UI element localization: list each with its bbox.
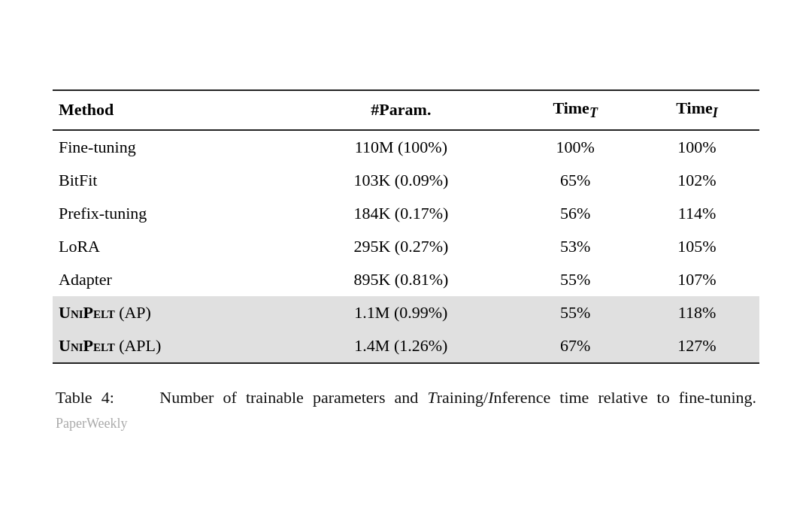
cell-method: Prefix-tuning (53, 197, 292, 230)
cell-time-t: 100% (516, 130, 641, 164)
table-row: Adapter 895K (0.81%) 55% 107% (53, 263, 759, 296)
cell-params: 184K (0.17%) (292, 197, 517, 230)
col-header-method: Method (53, 90, 292, 129)
cell-method: Fine-tuning (53, 130, 292, 164)
table-caption: Table 4: Number of trainable parameters … (53, 385, 759, 435)
cell-method: BitFit (53, 164, 292, 197)
cell-time-i: 100% (641, 130, 759, 164)
cell-params: 110M (100%) (292, 130, 517, 164)
table-row-highlighted: UniPelt (AP) 1.1M (0.99%) 55% 118% (53, 296, 759, 329)
col-header-time-t: TimeT (516, 90, 641, 129)
cell-method: Adapter (53, 263, 292, 296)
cell-params: 103K (0.09%) (292, 164, 517, 197)
cell-params: 295K (0.27%) (292, 230, 517, 263)
col-header-params: #Param. (292, 90, 517, 129)
table-row: BitFit 103K (0.09%) 65% 102% (53, 164, 759, 197)
table-row-highlighted-last: UniPelt (APL) 1.4M (1.26%) 67% 127% (53, 329, 759, 363)
cell-time-i: 105% (641, 230, 759, 263)
cell-time-i: 102% (641, 164, 759, 197)
col-header-time-i: TimeI (641, 90, 759, 129)
cell-params: 1.1M (0.99%) (292, 296, 517, 329)
cell-method: UniPelt (APL) (53, 329, 292, 363)
cell-time-i: 107% (641, 263, 759, 296)
cell-time-t: 67% (516, 329, 641, 363)
table-row: Fine-tuning 110M (100%) 100% 100% (53, 130, 759, 164)
cell-time-t: 53% (516, 230, 641, 263)
cell-time-i: 118% (641, 296, 759, 329)
main-container: Method #Param. TimeT TimeI Fine-tuning 1… (38, 67, 774, 456)
cell-params: 1.4M (1.26%) (292, 329, 517, 363)
cell-params: 895K (0.81%) (292, 263, 517, 296)
cell-method: LoRA (53, 230, 292, 263)
cell-time-t: 56% (516, 197, 641, 230)
table-wrapper: Method #Param. TimeT TimeI Fine-tuning 1… (53, 89, 759, 363)
table-row: LoRA 295K (0.27%) 53% 105% (53, 230, 759, 263)
data-table: Method #Param. TimeT TimeI Fine-tuning 1… (53, 89, 759, 363)
cell-method: UniPelt (AP) (53, 296, 292, 329)
table-row: Prefix-tuning 184K (0.17%) 56% 114% (53, 197, 759, 230)
cell-time-t: 55% (516, 296, 641, 329)
cell-time-i: 114% (641, 197, 759, 230)
table-header-row: Method #Param. TimeT TimeI (53, 90, 759, 129)
caption-prefix: Table 4: Number of trainable parameters … (56, 388, 756, 432)
cell-time-t: 55% (516, 263, 641, 296)
cell-time-i: 127% (641, 329, 759, 363)
cell-time-t: 65% (516, 164, 641, 197)
